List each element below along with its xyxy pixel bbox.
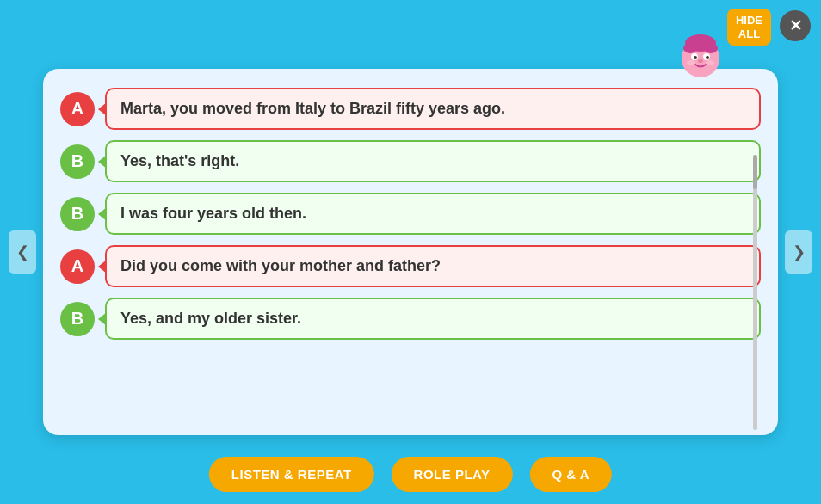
bottom-bar: LISTEN & REPEAT ROLE PLAY Q & A bbox=[209, 457, 612, 492]
dialog-item: BI was four years old then. bbox=[60, 193, 761, 235]
svg-point-2 bbox=[683, 43, 697, 53]
dialog-bubble: Yes, that's right. bbox=[105, 140, 761, 182]
speaker-badge-b: B bbox=[60, 144, 95, 179]
nav-arrow-left[interactable]: ❮ bbox=[9, 230, 36, 274]
dialog-item: AMarta, you moved from Italy to Brazil f… bbox=[60, 88, 761, 130]
speaker-badge-a: A bbox=[60, 92, 95, 126]
svg-point-10 bbox=[706, 60, 714, 65]
svg-point-3 bbox=[704, 43, 718, 53]
dialog-bubble: Yes, and my older sister. bbox=[105, 298, 761, 340]
speaker-badge-b: B bbox=[60, 197, 95, 231]
speaker-badge-a: A bbox=[60, 249, 95, 284]
dialog-item: ADid you come with your mother and fathe… bbox=[60, 245, 761, 287]
listen-repeat-button[interactable]: LISTEN & REPEAT bbox=[209, 457, 374, 492]
speaker-badge-b: B bbox=[60, 302, 95, 336]
scrollbar-track bbox=[753, 155, 757, 430]
hide-all-button[interactable]: HIDE ALL bbox=[727, 9, 771, 46]
dialog-bubble: Did you come with your mother and father… bbox=[105, 245, 761, 287]
dialog-bubble: I was four years old then. bbox=[105, 193, 761, 235]
left-arrow-icon: ❮ bbox=[16, 243, 29, 261]
hide-all-label: HIDE ALL bbox=[736, 14, 762, 40]
svg-point-7 bbox=[706, 56, 709, 59]
svg-point-9 bbox=[687, 60, 695, 65]
right-arrow-icon: ❯ bbox=[793, 243, 806, 261]
svg-point-8 bbox=[698, 59, 703, 63]
close-button[interactable]: ✕ bbox=[780, 10, 811, 41]
dialog-item: BYes, that's right. bbox=[60, 140, 761, 182]
q-and-a-button[interactable]: Q & A bbox=[530, 457, 613, 492]
scrollbar-thumb bbox=[753, 155, 757, 189]
svg-point-6 bbox=[694, 56, 697, 59]
role-play-button[interactable]: ROLE PLAY bbox=[392, 457, 513, 492]
nav-arrow-right[interactable]: ❯ bbox=[785, 230, 812, 274]
dialog-list: AMarta, you moved from Italy to Brazil f… bbox=[60, 88, 761, 340]
mascot-character bbox=[675, 33, 726, 80]
mascot-svg bbox=[675, 33, 726, 80]
dialog-item: BYes, and my older sister. bbox=[60, 298, 761, 340]
dialog-bubble: Marta, you moved from Italy to Brazil fi… bbox=[105, 88, 761, 130]
dialog-card: AMarta, you moved from Italy to Brazil f… bbox=[43, 69, 778, 435]
close-icon: ✕ bbox=[789, 16, 802, 35]
